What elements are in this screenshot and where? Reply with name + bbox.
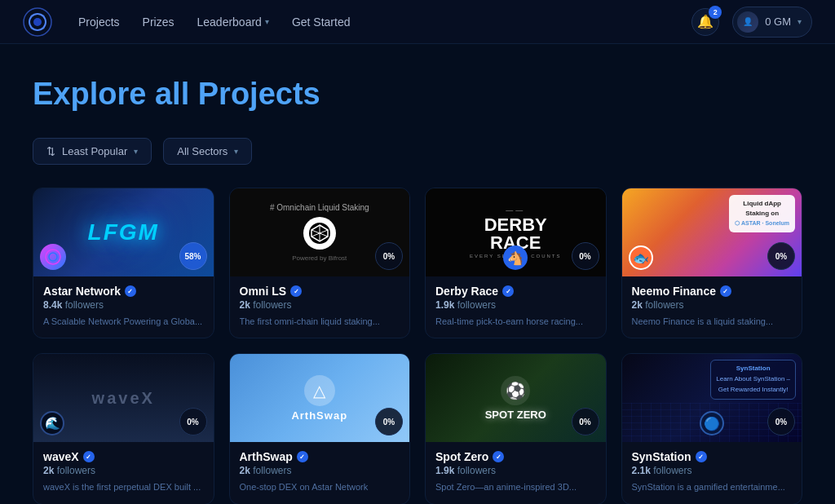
card-followers-arthswap: 2k followers (240, 465, 400, 476)
card-body-derby-race: Derby Race ✓ 1.9k followers Real-time pi… (426, 276, 606, 338)
card-percent-astar-network: 58% (179, 242, 207, 270)
card-name-wavex: waveX ✓ (43, 450, 204, 463)
user-chevron-icon: ▾ (797, 17, 802, 26)
project-card-derby-race[interactable]: —— DERBY RACE EVERY SECOND COUNTS 🐴 0% D… (425, 188, 607, 338)
card-body-spot-zero: Spot Zero ✓ 1.9k followers Spot Zero—an … (426, 442, 606, 503)
card-name-spot-zero: Spot Zero ✓ (435, 450, 596, 463)
card-image-wavex: waveX 🌊 0% (33, 354, 214, 442)
card-body-astar-network: Astar Network ✓ 8.4k followers A Scalabl… (33, 276, 214, 338)
nav-prizes[interactable]: Prizes (143, 15, 175, 29)
card-percent-wavex: 0% (179, 408, 207, 435)
card-description-omni-ls: The first omni-chain liquid staking... (240, 316, 400, 328)
logo[interactable] (23, 7, 52, 37)
nav-get-started[interactable]: Get Started (292, 15, 351, 29)
card-name-derby-race: Derby Race ✓ (435, 285, 596, 298)
project-card-synstation[interactable]: SynStation Learn About SynStation –Get R… (621, 353, 803, 504)
card-description-synstation: SynStation is a gamified entertainme... (632, 481, 793, 493)
user-menu-button[interactable]: 👤 0 GM ▾ (732, 7, 812, 38)
sector-filter[interactable]: All Sectors ▾ (163, 138, 252, 165)
card-followers-omni-ls: 2k followers (240, 299, 400, 311)
projects-grid: LFGM 58% Astar Network ✓ 8.4k followers … (33, 188, 802, 504)
svg-point-2 (33, 18, 42, 26)
sector-label: All Sectors (177, 145, 228, 157)
svg-point-3 (46, 250, 60, 264)
sector-chevron-icon: ▾ (234, 147, 238, 156)
page-title: Explore all Projects (33, 77, 802, 112)
user-label: 0 GM (765, 15, 791, 28)
card-followers-neemo-finance: 2k followers (632, 299, 793, 311)
avatar: 👤 (737, 11, 758, 33)
notifications-button[interactable]: 🔔 2 (691, 8, 719, 36)
card-followers-wavex: 2k followers (43, 465, 204, 476)
nav-leaderboard[interactable]: Leaderboard ▾ (197, 15, 268, 29)
card-percent-derby-race: 0% (572, 242, 599, 270)
card-followers-derby-race: 1.9k followers (435, 299, 596, 311)
card-name-neemo-finance: Neemo Finance ✓ (632, 285, 793, 298)
filters-row: ⇅ Least Popular ▾ All Sectors ▾ (33, 138, 802, 165)
card-image-neemo-finance: Liquid dAppStaking on ⬡ ASTAR · Sonelum … (622, 188, 802, 276)
project-card-arthswap[interactable]: △ ArthSwap 0% ArthSwap ✓ 2k followers On… (229, 353, 411, 504)
card-name-synstation: SynStation ✓ (632, 450, 793, 463)
nav-projects[interactable]: Projects (78, 15, 120, 29)
project-card-spot-zero[interactable]: ⚽ SPOT ZERO 0% Spot Zero ✓ 1.9k follower… (425, 353, 607, 504)
card-description-neemo-finance: Neemo Finance is a liquid staking... (632, 316, 793, 328)
card-image-spot-zero: ⚽ SPOT ZERO 0% (426, 354, 606, 442)
card-followers-synstation: 2.1k followers (632, 465, 793, 476)
card-description-spot-zero: Spot Zero—an anime-inspired 3D... (435, 481, 596, 493)
verified-icon-arthswap: ✓ (297, 451, 308, 462)
card-body-omni-ls: Omni LS ✓ 2k followers The first omni-ch… (230, 276, 410, 338)
main-content: Explore all Projects ⇅ Least Popular ▾ A… (0, 44, 835, 504)
card-image-arthswap: △ ArthSwap 0% (230, 354, 410, 442)
leaderboard-chevron-icon: ▾ (265, 17, 269, 26)
card-followers-astar-network: 8.4k followers (43, 299, 204, 311)
verified-icon-synstation: ✓ (696, 451, 707, 462)
project-card-wavex[interactable]: waveX 🌊 0% waveX ✓ 2k followers waveX is… (33, 353, 214, 504)
card-image-synstation: SynStation Learn About SynStation –Get R… (622, 354, 802, 442)
navbar: Projects Prizes Leaderboard ▾ Get Starte… (0, 0, 835, 44)
card-description-wavex: waveX is the first perpetual DEX built .… (43, 481, 204, 493)
verified-icon-omni-ls: ✓ (290, 285, 302, 297)
card-percent-spot-zero: 0% (572, 408, 599, 435)
sort-filter[interactable]: ⇅ Least Popular ▾ (33, 138, 152, 165)
verified-icon-wavex: ✓ (83, 451, 95, 462)
card-name-omni-ls: Omni LS ✓ (240, 285, 400, 298)
verified-icon-spot-zero: ✓ (493, 451, 504, 462)
card-body-arthswap: ArthSwap ✓ 2k followers One-stop DEX on … (230, 442, 410, 503)
project-card-neemo-finance[interactable]: Liquid dAppStaking on ⬡ ASTAR · Sonelum … (621, 188, 803, 338)
card-description-derby-race: Real-time pick-to-earn horse racing... (435, 316, 596, 328)
card-percent-omni-ls: 0% (375, 242, 403, 270)
svg-point-4 (49, 253, 57, 261)
card-followers-spot-zero: 1.9k followers (435, 465, 596, 476)
sort-icon: ⇅ (46, 145, 55, 157)
nav-links: Projects Prizes Leaderboard ▾ Get Starte… (78, 15, 665, 29)
sort-label: Least Popular (62, 145, 127, 157)
card-description-astar-network: A Scalable Network Powering a Globa... (43, 316, 204, 328)
card-name-astar-network: Astar Network ✓ (43, 285, 204, 298)
verified-icon-neemo-finance: ✓ (720, 285, 731, 297)
notification-badge: 2 (709, 6, 722, 19)
card-description-arthswap: One-stop DEX on Astar Network (240, 481, 400, 493)
project-card-astar-network[interactable]: LFGM 58% Astar Network ✓ 8.4k followers … (33, 188, 214, 338)
nav-right: 🔔 2 👤 0 GM ▾ (691, 7, 812, 38)
card-body-synstation: SynStation ✓ 2.1k followers SynStation i… (622, 442, 802, 503)
card-image-omni-ls: # Omnichain Liquid Staking Powered by Bi… (230, 188, 410, 276)
card-image-derby-race: —— DERBY RACE EVERY SECOND COUNTS 🐴 0% (426, 188, 606, 276)
card-body-neemo-finance: Neemo Finance ✓ 2k followers Neemo Finan… (622, 276, 802, 338)
verified-icon-derby-race: ✓ (502, 285, 514, 297)
card-percent-neemo-finance: 0% (767, 242, 795, 270)
sort-chevron-icon: ▾ (134, 147, 138, 156)
verified-icon-astar-network: ✓ (125, 285, 136, 297)
card-image-astar-network: LFGM 58% (33, 188, 214, 276)
project-card-omni-ls[interactable]: # Omnichain Liquid Staking Powered by Bi… (229, 188, 411, 338)
card-body-wavex: waveX ✓ 2k followers waveX is the first … (33, 442, 214, 503)
card-name-arthswap: ArthSwap ✓ (240, 450, 400, 463)
